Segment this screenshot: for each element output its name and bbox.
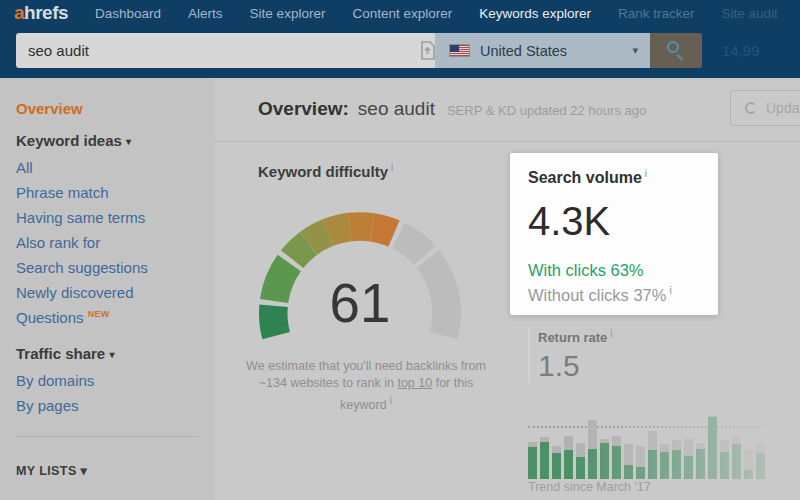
trend-bar-group: [552, 407, 561, 479]
bar-clicks: [576, 457, 585, 479]
trend-bar-group: [732, 407, 741, 479]
nav-item-alerts[interactable]: Alerts: [188, 6, 223, 21]
trend-bar-group: [708, 407, 717, 479]
trend-caption: Trend since March '17: [528, 480, 651, 494]
return-rate-value: 1.5: [538, 349, 613, 383]
trend-chart: [520, 403, 800, 481]
sidebar-item-search-suggestions[interactable]: Search suggestions: [16, 255, 199, 280]
return-rate-block: Return ratei 1.5: [528, 328, 613, 383]
return-rate-label: Return ratei: [538, 328, 613, 345]
trend-bar-group: [540, 407, 549, 479]
kd-title-text: Keyword difficulty: [258, 163, 388, 180]
search-icon: [667, 41, 679, 53]
trend-bar-group: [744, 407, 753, 479]
trend-bar-group: [636, 407, 645, 479]
caret-down-icon: ▾: [126, 136, 131, 147]
with-clicks-stat: With clicks 63%: [528, 261, 718, 280]
trend-bar-group: [756, 407, 765, 479]
nav-item-site-explorer[interactable]: Site explorer: [250, 6, 326, 21]
page-title: Overview:: [258, 98, 349, 119]
trend-bar-group: [684, 407, 693, 479]
keyword-difficulty-gauge: 61: [253, 206, 467, 355]
nav-item-site-audit[interactable]: Site audit: [722, 6, 778, 21]
info-icon[interactable]: i: [610, 328, 612, 339]
info-icon[interactable]: i: [391, 162, 393, 173]
updated-status: SERP & KD updated 22 hours ago: [447, 103, 646, 118]
questions-label: Questions: [16, 309, 84, 326]
nav-item-dashboard[interactable]: Dashboard: [95, 6, 161, 21]
trend-bar-group: [564, 407, 573, 479]
bar-clicks: [612, 446, 621, 479]
keyword-difficulty-title: Keyword difficultyi: [258, 162, 393, 180]
bar-clicks: [540, 442, 549, 479]
caret-down-icon: ▾: [81, 464, 88, 478]
difficulty-score: 61: [330, 272, 391, 334]
search-volume-title: Search volumei: [528, 168, 718, 187]
bar-clicks: [660, 452, 669, 479]
bar-clicks: [636, 467, 645, 479]
trend-bar-group: [588, 407, 597, 479]
sidebar-item-overview[interactable]: Overview: [16, 100, 199, 117]
search-volume-card: Search volumei 4.3K With clicks 63% With…: [510, 153, 718, 315]
bar-clicks: [720, 452, 729, 479]
info-icon[interactable]: i: [645, 168, 647, 179]
sidebar-item-questions[interactable]: Questions NEW: [16, 305, 199, 330]
trend-bar-group: [720, 407, 729, 479]
volume-title-text: Search volume: [528, 169, 642, 186]
main-content: Overview:seo auditSERP & KD updated 22 h…: [215, 78, 800, 500]
bar-clicks: [552, 453, 561, 479]
bar-clicks: [756, 453, 765, 479]
sidebar-section-my-lists[interactable]: MY LISTS ▾: [16, 463, 199, 478]
search-volume-value: 4.3K: [528, 199, 718, 244]
sidebar-item-by-domains[interactable]: By domains: [16, 368, 199, 393]
keyword-search-bar: United States ▾: [16, 33, 702, 68]
bar-clicks: [708, 417, 717, 479]
trend-bar-group: [576, 407, 585, 479]
sidebar-item-also-rank-for[interactable]: Also rank for: [16, 230, 199, 255]
caret-down-icon: ▾: [109, 349, 114, 360]
refresh-icon: [745, 102, 757, 114]
sidebar-item-by-pages[interactable]: By pages: [16, 393, 199, 418]
without-clicks-text: Without clicks 37%: [528, 286, 666, 304]
nav-item-content-explorer[interactable]: Content explorer: [352, 6, 452, 21]
nav-item-keywords-explorer[interactable]: Keywords explorer: [479, 6, 591, 21]
sidebar-section-traffic-share[interactable]: Traffic share ▾: [16, 345, 199, 362]
sidebar: Overview Keyword ideas ▾ All Phrase matc…: [0, 78, 215, 500]
info-icon[interactable]: i: [390, 395, 392, 406]
bar-clicks: [732, 444, 741, 479]
top-navigation-bar: ahrefs Dashboard Alerts Site explorer Co…: [0, 0, 800, 78]
difficulty-estimate-text: We estimate that you'll need backlinks f…: [237, 358, 495, 414]
ahrefs-logo[interactable]: ahrefs: [14, 2, 68, 24]
search-button[interactable]: [650, 33, 702, 68]
info-icon[interactable]: i: [669, 285, 671, 296]
sidebar-item-phrase-match[interactable]: Phrase match: [16, 180, 199, 205]
trend-bar-group: [696, 407, 705, 479]
country-selector[interactable]: United States ▾: [435, 33, 650, 68]
nav-item-rank-tracker[interactable]: Rank tracker: [618, 6, 695, 21]
trend-bar-group: [600, 407, 609, 479]
trend-bar-group: [648, 407, 657, 479]
country-label: United States: [480, 43, 632, 59]
import-file-icon[interactable]: [420, 41, 435, 60]
bar-clicks: [684, 456, 693, 479]
trend-chart-bars: [528, 407, 765, 479]
bar-clicks: [588, 449, 597, 479]
keyword-search-input[interactable]: [16, 33, 435, 68]
sidebar-divider: [16, 436, 199, 437]
sidebar-item-having-same-terms[interactable]: Having same terms: [16, 205, 199, 230]
update-button[interactable]: Update: [730, 90, 800, 126]
bar-clicks: [672, 450, 681, 479]
sidebar-item-newly-discovered[interactable]: Newly discovered: [16, 280, 199, 305]
sidebar-section-keyword-ideas[interactable]: Keyword ideas ▾: [16, 132, 199, 149]
bar-clicks: [648, 450, 657, 479]
page-keyword: seo audit: [358, 98, 435, 119]
bar-clicks: [696, 449, 705, 479]
top-10-link[interactable]: top 10: [397, 376, 432, 390]
logo-a: a: [14, 2, 24, 23]
trend-bar-group: [624, 407, 633, 479]
new-badge: NEW: [88, 309, 110, 319]
trend-bar-group: [528, 407, 537, 479]
keyword-ideas-label: Keyword ideas: [16, 132, 122, 149]
without-clicks-stat: Without clicks 37%i: [528, 285, 718, 305]
sidebar-item-all[interactable]: All: [16, 155, 199, 180]
